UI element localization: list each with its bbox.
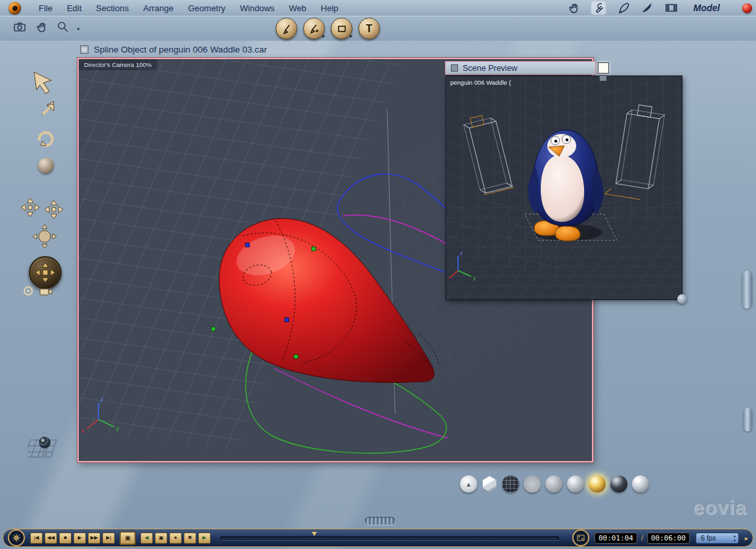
gold-sphere-selected-icon[interactable] bbox=[589, 475, 606, 493]
time-separator: / bbox=[641, 534, 643, 542]
flyout-arrow-icon: ▸ bbox=[350, 33, 352, 39]
camera-icon[interactable] bbox=[13, 20, 28, 36]
go-end-button[interactable]: ▶| bbox=[102, 533, 115, 544]
svg-text:z: z bbox=[100, 396, 104, 403]
frame-counter-button[interactable]: ▣ bbox=[119, 531, 136, 545]
arrow-up-sphere-icon[interactable]: ▲ bbox=[460, 475, 477, 493]
camera-icon[interactable] bbox=[39, 286, 52, 299]
spinner-down-icon[interactable]: ▼ bbox=[733, 538, 736, 543]
next-key-button[interactable]: ▶ bbox=[198, 533, 211, 544]
menu-sections[interactable]: Sections bbox=[89, 3, 136, 13]
prev-key-button[interactable]: ◀ bbox=[140, 533, 153, 544]
right-edge-capsule bbox=[742, 271, 752, 309]
pan-cross-2[interactable] bbox=[43, 199, 64, 223]
animation-web-icon[interactable] bbox=[8, 529, 25, 546]
scene-sphere-icon[interactable] bbox=[742, 3, 752, 13]
phong-sphere-icon[interactable] bbox=[567, 475, 584, 493]
bar-end-arrow-icon[interactable]: ▸ bbox=[745, 535, 748, 542]
menu-geometry[interactable]: Geometry bbox=[180, 3, 232, 13]
toolbar: ▸ ▸ ▸ T bbox=[0, 16, 756, 41]
move-arrow[interactable] bbox=[38, 99, 58, 121]
pen-icon[interactable] bbox=[615, 1, 631, 15]
add-key-button[interactable]: ● bbox=[169, 533, 182, 544]
navigation-ball[interactable] bbox=[29, 256, 62, 289]
camera-label: Director's Camera 100% bbox=[79, 59, 157, 70]
scene-preview-viewport[interactable]: penguin 006 Waddle ( bbox=[446, 76, 682, 300]
film-icon[interactable] bbox=[663, 1, 679, 15]
document-icon bbox=[80, 45, 89, 54]
wireframe-sphere-icon[interactable] bbox=[502, 475, 519, 493]
scene-thumbnail-icon[interactable] bbox=[28, 433, 66, 461]
silver-sphere-icon[interactable] bbox=[632, 475, 649, 493]
resize-handle[interactable] bbox=[677, 294, 687, 304]
mode-label: Model bbox=[694, 3, 720, 13]
render-mode-bar: ▲ bbox=[460, 475, 649, 493]
menu-edit[interactable]: Edit bbox=[60, 3, 89, 13]
spline-pen-icon[interactable] bbox=[276, 18, 297, 39]
current-time-field[interactable]: 00:01:04 bbox=[595, 533, 637, 544]
orbit-sphere[interactable] bbox=[32, 223, 58, 252]
magnifier-icon[interactable] bbox=[56, 20, 70, 36]
menu-file[interactable]: File bbox=[32, 3, 60, 13]
flyout-arrow-icon: ▸ bbox=[322, 33, 325, 39]
total-time-field[interactable]: 00:06:00 bbox=[647, 533, 690, 544]
pan-cross[interactable] bbox=[20, 197, 41, 221]
scale-sphere[interactable] bbox=[38, 158, 54, 173]
right-edge-capsule-2 bbox=[744, 408, 752, 431]
delete-key-button[interactable]: ✖ bbox=[184, 533, 196, 544]
dark-sphere-icon[interactable] bbox=[610, 475, 627, 493]
maximize-button[interactable] bbox=[598, 62, 609, 74]
stop-button[interactable]: ■ bbox=[59, 533, 72, 544]
menubar: File Edit Sections Arrange Geometry Wind… bbox=[0, 0, 756, 16]
eovia-watermark: eovia bbox=[693, 496, 747, 519]
target-icon[interactable] bbox=[22, 285, 34, 299]
fps-dropdown[interactable]: 6 fps ▲ ▼ bbox=[696, 533, 739, 544]
app-window: File Edit Sections Arrange Geometry Wind… bbox=[0, 0, 756, 549]
menu-arrange[interactable]: Arrange bbox=[136, 3, 180, 13]
fps-value: 6 fps bbox=[701, 534, 716, 542]
app-logo-icon[interactable] bbox=[9, 2, 21, 14]
document-title: Spline Object of penguin 006 Waddle 03.c… bbox=[94, 45, 267, 55]
wrench-icon[interactable] bbox=[591, 1, 606, 15]
svg-text:z: z bbox=[460, 250, 463, 256]
svg-text:x: x bbox=[81, 428, 85, 434]
flat-sphere-icon[interactable] bbox=[524, 475, 541, 493]
scene-preview-window[interactable]: Scene Preview penguin 006 Waddle ( bbox=[445, 61, 682, 299]
menu-windows[interactable]: Windows bbox=[233, 3, 282, 13]
text-tool[interactable]: T bbox=[358, 18, 380, 39]
timeline-marker[interactable] bbox=[312, 532, 317, 536]
hand-icon[interactable] bbox=[35, 20, 49, 36]
scene-preview-title: Scene Preview bbox=[463, 64, 517, 73]
play-button[interactable]: ▶ bbox=[74, 533, 86, 544]
rotate-tool[interactable] bbox=[34, 126, 56, 151]
scene-preview-titlebar[interactable]: Scene Preview bbox=[445, 61, 596, 75]
menu-web[interactable]: Web bbox=[282, 3, 314, 13]
gouraud-sphere-icon[interactable] bbox=[545, 475, 562, 493]
svg-text:y: y bbox=[473, 275, 476, 281]
scene-object-label: penguin 006 Waddle ( bbox=[450, 79, 511, 86]
timeline-midline bbox=[222, 538, 558, 538]
svg-text:y: y bbox=[116, 425, 119, 431]
timeline-slider[interactable] bbox=[220, 533, 559, 542]
knife-icon[interactable] bbox=[639, 1, 655, 15]
select-arrow[interactable] bbox=[30, 68, 56, 99]
transport-bar: |◀ ◀◀ ■ ▶ ▶▶ ▶| ▣ ◀ ▣ ● ✖ ▶ 00:01:04 / 0… bbox=[3, 529, 753, 547]
go-start-button[interactable]: |◀ bbox=[30, 533, 43, 544]
speaker-grille bbox=[365, 517, 395, 525]
window-shade-button[interactable] bbox=[599, 75, 607, 81]
document-titlebar[interactable]: Spline Object of penguin 006 Waddle 03.c… bbox=[80, 45, 267, 55]
fast-forward-button[interactable]: ▶▶ bbox=[88, 533, 100, 544]
spline-pen-flyout-icon[interactable]: ▸ bbox=[303, 18, 325, 39]
rectangle-icon[interactable]: ▸ bbox=[331, 18, 352, 39]
cube-icon[interactable] bbox=[482, 476, 497, 492]
spinner-up-icon[interactable]: ▲ bbox=[733, 534, 736, 538]
film-frame-icon[interactable] bbox=[572, 529, 589, 546]
hand-icon[interactable] bbox=[566, 1, 582, 15]
rewind-button[interactable]: ◀◀ bbox=[45, 533, 57, 544]
key-frame-button[interactable]: ▣ bbox=[155, 533, 167, 544]
menu-help[interactable]: Help bbox=[314, 3, 346, 13]
window-icon bbox=[451, 64, 458, 72]
flyout-arrow-icon[interactable]: ▸ bbox=[77, 26, 80, 32]
